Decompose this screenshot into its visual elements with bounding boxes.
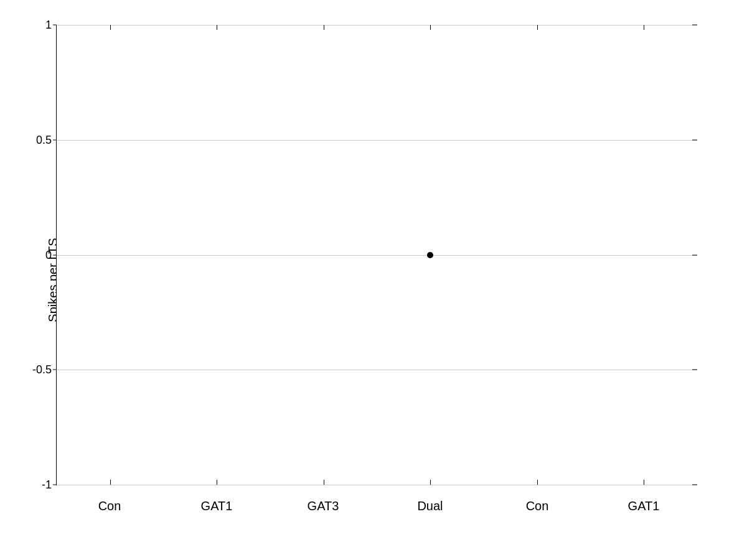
y-tick-left-1	[53, 25, 57, 26]
x-bottom-tick-1	[217, 480, 217, 485]
y-tick-left-0.5	[53, 139, 57, 140]
x-bottom-tick-4	[537, 480, 538, 485]
y-gridline-1	[57, 25, 697, 26]
x-label-gat1-2: GAT1	[628, 499, 660, 513]
y-gridline--0.5	[57, 370, 697, 370]
x-top-tick-0	[110, 25, 111, 30]
x-top-tick-3	[430, 25, 431, 30]
y-tick-right-0	[692, 254, 697, 255]
y-tick-right-0.5	[692, 139, 697, 140]
x-label-con-1: Con	[98, 499, 121, 513]
x-bottom-tick-3	[430, 480, 431, 485]
x-top-tick-4	[537, 25, 538, 30]
x-label-gat1-1: GAT1	[201, 499, 233, 513]
y-gridline--1	[57, 485, 697, 485]
y-tick-left--1	[53, 485, 57, 485]
x-top-tick-1	[217, 25, 217, 30]
x-label-dual: Dual	[417, 499, 443, 513]
y-gridline-0	[57, 255, 697, 256]
y-tick-right--0.5	[692, 370, 697, 370]
y-tick-right-1	[692, 25, 697, 26]
x-label-con-2: Con	[526, 499, 549, 513]
x-bottom-tick-5	[644, 480, 644, 485]
x-top-tick-2	[324, 25, 324, 30]
y-tick-right--1	[692, 485, 697, 485]
x-bottom-tick-0	[110, 480, 111, 485]
y-gridline-0.5	[57, 140, 697, 141]
data-point-dual	[427, 252, 433, 258]
x-top-tick-5	[644, 25, 644, 30]
chart-area: 1 0.5 0 -0.5 -1	[56, 25, 697, 485]
x-bottom-tick-2	[324, 480, 324, 485]
y-tick-left--0.5	[53, 370, 57, 370]
chart-container: Spikes per LTS p value = 0.73157 1 0.5 0…	[0, 0, 747, 560]
y-tick-left-0	[53, 254, 57, 255]
x-label-gat3: GAT3	[308, 499, 339, 513]
